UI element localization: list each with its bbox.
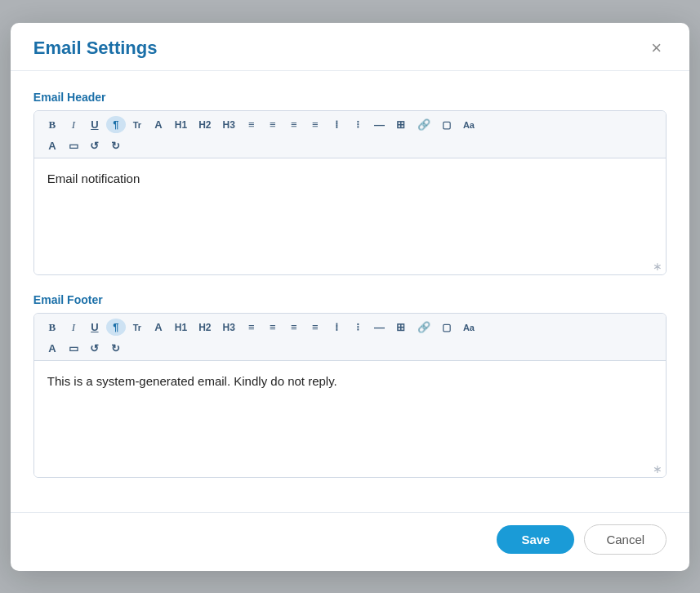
footer-h3-button[interactable]: H3 xyxy=(218,319,240,336)
cancel-button[interactable]: Cancel xyxy=(584,524,667,555)
header-font-button[interactable]: A xyxy=(149,116,168,133)
header-italic-button[interactable]: I xyxy=(64,116,83,134)
header-resize-handle: ∗ xyxy=(34,258,666,274)
footer-font-button[interactable]: A xyxy=(149,319,168,336)
header-underline-button[interactable]: U xyxy=(85,116,105,133)
modal-title: Email Settings xyxy=(33,38,158,59)
email-header-textarea[interactable] xyxy=(34,158,666,255)
footer-list-ul-button[interactable]: ⁞ xyxy=(327,319,346,336)
save-button[interactable]: Save xyxy=(497,525,574,554)
header-image-button[interactable]: ▢ xyxy=(437,117,457,133)
footer-resize-icon: ∗ xyxy=(653,462,662,475)
header-align-center-button[interactable]: ≡ xyxy=(263,116,283,133)
header-toolbar: B I U ¶ Tr A H1 H2 H3 ≡ ≡ ≡ ≡ ⁞ xyxy=(34,111,666,158)
header-align-right-button[interactable]: ≡ xyxy=(284,116,304,133)
header-fullscreen-button[interactable]: ▭ xyxy=(64,137,83,154)
footer-hr-button[interactable]: — xyxy=(369,319,390,336)
header-h1-button[interactable]: H1 xyxy=(170,117,192,133)
footer-para-button[interactable]: ¶ xyxy=(106,319,126,336)
email-footer-editor: B I U ¶ Tr A H1 H2 H3 ≡ ≡ ≡ ≡ ⁞ xyxy=(33,313,667,478)
header-table-button[interactable]: ⊞ xyxy=(391,116,411,133)
footer-fontcolor-button[interactable]: A xyxy=(42,340,62,357)
header-toolbar-row1: B I U ¶ Tr A H1 H2 H3 ≡ ≡ ≡ ≡ ⁞ xyxy=(42,116,658,134)
footer-image-button[interactable]: ▢ xyxy=(437,319,457,336)
header-fontcolor-button[interactable]: A xyxy=(42,137,62,154)
modal-overlay: Email Settings × Email Header B I U ¶ Tr… xyxy=(0,0,700,593)
footer-align-left-button[interactable]: ≡ xyxy=(242,319,261,336)
footer-toolbar-row2: A ▭ ↺ ↻ xyxy=(42,340,658,357)
header-list-ul-button[interactable]: ⁞ xyxy=(327,116,346,133)
email-header-editor: B I U ¶ Tr A H1 H2 H3 ≡ ≡ ≡ ≡ ⁞ xyxy=(33,110,667,275)
footer-section-label: Email Footer xyxy=(33,293,667,306)
header-toolbar-row2: A ▭ ↺ ↻ xyxy=(42,137,658,154)
header-undo-button[interactable]: ↺ xyxy=(85,137,105,154)
footer-list-ol-button[interactable]: ⁝ xyxy=(348,319,368,336)
header-redo-button[interactable]: ↻ xyxy=(106,137,126,154)
header-link-button[interactable]: 🔗 xyxy=(412,116,435,133)
footer-italic-button[interactable]: I xyxy=(64,319,83,337)
footer-fullscreen-button[interactable]: ▭ xyxy=(64,340,83,357)
header-para-button[interactable]: ¶ xyxy=(106,116,126,133)
header-bold-button[interactable]: B xyxy=(42,116,62,134)
footer-toolbar: B I U ¶ Tr A H1 H2 H3 ≡ ≡ ≡ ≡ ⁞ xyxy=(34,314,666,361)
footer-underline-button[interactable]: U xyxy=(85,319,105,336)
footer-format-button[interactable]: Tr xyxy=(127,320,147,335)
footer-link-button[interactable]: 🔗 xyxy=(412,319,435,336)
footer-align-center-button[interactable]: ≡ xyxy=(263,319,283,336)
header-hr-button[interactable]: — xyxy=(369,116,390,133)
footer-h2-button[interactable]: H2 xyxy=(194,319,216,336)
resize-icon: ∗ xyxy=(653,260,662,273)
header-format-button[interactable]: Tr xyxy=(127,118,147,132)
footer-toolbar-row1: B I U ¶ Tr A H1 H2 H3 ≡ ≡ ≡ ≡ ⁞ xyxy=(42,319,658,337)
header-align-left-button[interactable]: ≡ xyxy=(242,116,261,133)
modal-body: Email Header B I U ¶ Tr A H1 H2 H3 ≡ ≡ xyxy=(11,71,689,512)
header-list-ol-button[interactable]: ⁝ xyxy=(348,116,368,133)
email-footer-textarea[interactable] xyxy=(34,361,666,457)
header-h2-button[interactable]: H2 xyxy=(194,117,216,133)
header-fontsize-button[interactable]: Aa xyxy=(458,118,479,132)
footer-fontsize-button[interactable]: Aa xyxy=(458,320,479,335)
footer-redo-button[interactable]: ↻ xyxy=(106,340,126,357)
footer-table-button[interactable]: ⊞ xyxy=(391,319,411,336)
footer-bold-button[interactable]: B xyxy=(42,319,62,337)
footer-h1-button[interactable]: H1 xyxy=(170,319,192,336)
footer-undo-button[interactable]: ↺ xyxy=(85,340,105,357)
header-h3-button[interactable]: H3 xyxy=(218,117,240,133)
email-settings-modal: Email Settings × Email Header B I U ¶ Tr… xyxy=(11,23,689,571)
modal-footer: Save Cancel xyxy=(11,512,689,571)
header-section-label: Email Header xyxy=(33,91,667,104)
footer-justify-button[interactable]: ≡ xyxy=(305,319,325,336)
close-button[interactable]: × xyxy=(646,38,667,59)
modal-header: Email Settings × xyxy=(11,23,689,71)
footer-align-right-button[interactable]: ≡ xyxy=(284,319,304,336)
footer-resize-handle: ∗ xyxy=(34,461,666,477)
header-justify-button[interactable]: ≡ xyxy=(305,116,325,133)
